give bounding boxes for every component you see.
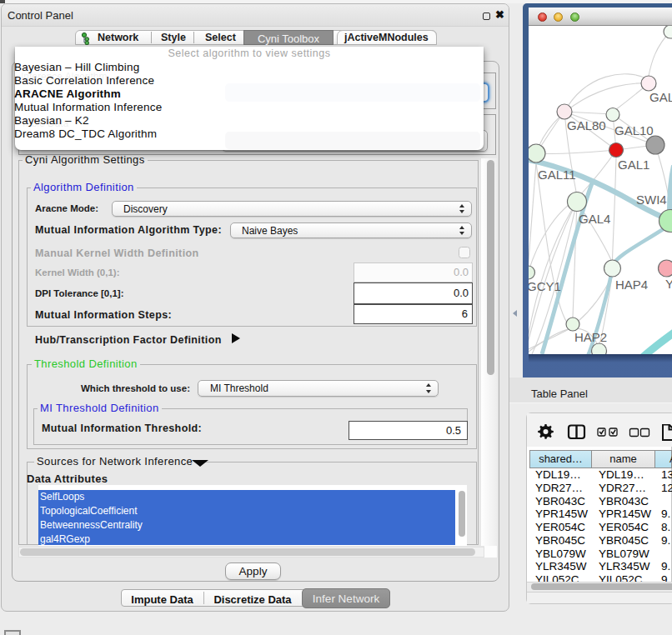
svg-text:HAP4: HAP4 bbox=[615, 278, 648, 292]
svg-text:GAL1: GAL1 bbox=[618, 158, 649, 172]
svg-text:GAL80: GAL80 bbox=[567, 118, 606, 132]
svg-text:GAL11: GAL11 bbox=[538, 168, 576, 182]
svg-text:GCY1: GCY1 bbox=[529, 279, 561, 293]
svg-text:GAL4: GAL4 bbox=[579, 212, 610, 226]
svg-text:GAL10: GAL10 bbox=[614, 123, 654, 138]
svg-text:GAL: GAL bbox=[649, 90, 672, 104]
svg-text:HAP2: HAP2 bbox=[574, 330, 607, 344]
svg-text:Y: Y bbox=[665, 277, 672, 291]
svg-text:SWI4: SWI4 bbox=[636, 192, 667, 207]
